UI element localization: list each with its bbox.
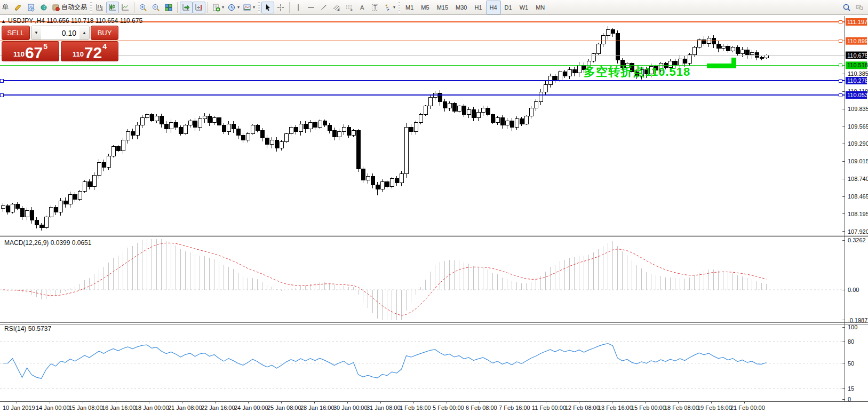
svg-text:109.835: 109.835 — [848, 106, 868, 112]
volume-increase-button[interactable]: ▲ — [79, 26, 89, 39]
svg-text:1 Feb 16:00: 1 Feb 16:00 — [400, 405, 431, 411]
buy-price-pips: 72 — [84, 46, 102, 60]
auto-scroll-button[interactable] — [180, 2, 193, 13]
toolbar-separator — [177, 2, 178, 13]
arrows-dropdown[interactable]: ▾ — [381, 2, 397, 13]
rsi-line — [3, 344, 767, 379]
toolbar-separator — [134, 2, 134, 13]
toolbar-gripper — [90, 2, 92, 13]
time-axis: 10 Jan 201914 Jan 00:0015 Jan 08:0016 Ja… — [3, 401, 765, 411]
sell-price-button[interactable]: 110 67 5 — [2, 41, 59, 61]
timeframe-m1[interactable]: M1 — [402, 1, 417, 14]
new-chart-icon[interactable] — [25, 2, 37, 13]
indicator-gridlines — [0, 290, 845, 389]
svg-text:15 Jan 08:00: 15 Jan 08:00 — [69, 405, 103, 411]
line-chart-button[interactable] — [119, 2, 132, 13]
svg-text:109.290: 109.290 — [848, 140, 868, 147]
timeframe-mn[interactable]: MN — [532, 1, 548, 14]
cursor-button[interactable] — [261, 2, 274, 13]
timeframe-w1[interactable]: W1 — [516, 1, 532, 14]
sell-button[interactable]: SELL — [2, 26, 30, 40]
svg-text:13 Feb 16:00: 13 Feb 16:00 — [598, 405, 633, 411]
buy-price-button[interactable]: 110 72 4 — [61, 41, 118, 61]
search-icon[interactable] — [840, 2, 853, 13]
horizontal-line-button[interactable] — [305, 2, 317, 13]
svg-text:110.053: 110.053 — [847, 92, 868, 98]
new-order-button[interactable]: 单 — [0, 2, 12, 13]
zoom-in-button[interactable] — [137, 2, 149, 13]
svg-text:19 Feb 16:00: 19 Feb 16:00 — [697, 405, 732, 411]
svg-text:50: 50 — [848, 360, 854, 367]
svg-text:24 Jan 00:00: 24 Jan 00:00 — [234, 405, 268, 411]
svg-text:14 Jan 00:00: 14 Jan 00:00 — [36, 405, 70, 411]
svg-text:25 Jan 08:00: 25 Jan 08:00 — [267, 405, 301, 411]
crosshair-button[interactable] — [274, 2, 287, 13]
timeframe-h1[interactable]: H1 — [471, 1, 485, 14]
timeframe-d1[interactable]: D1 — [501, 1, 516, 14]
svg-text:100: 100 — [848, 324, 857, 330]
timeframe-m5[interactable]: M5 — [417, 1, 433, 14]
svg-text:108.465: 108.465 — [848, 193, 868, 200]
sell-price-point: 5 — [43, 42, 47, 51]
volume-input[interactable] — [41, 26, 79, 39]
buy-button[interactable]: BUY — [91, 26, 118, 40]
new-order-window-dropdown[interactable]: ▾ — [210, 2, 226, 13]
timeframe-h4[interactable]: H4 — [486, 1, 501, 14]
tile-windows-button[interactable] — [162, 2, 175, 13]
svg-text:11 Feb 00:00: 11 Feb 00:00 — [532, 405, 566, 411]
svg-text:107.920: 107.920 — [848, 228, 868, 235]
chart-title-text: USDJPY-,H4 110.656 110.718 110.654 110.6… — [8, 17, 142, 25]
svg-text:15 Feb 00:00: 15 Feb 00:00 — [631, 405, 666, 411]
svg-text:110.899: 110.899 — [847, 38, 868, 44]
price-level-lines[interactable] — [0, 20, 845, 97]
svg-text:16 Jan 16:00: 16 Jan 16:00 — [102, 405, 136, 411]
sell-price-pips: 67 — [25, 46, 43, 60]
one-click-trading-panel: SELL ▼ ▲ BUY 110 67 5 110 72 4 — [2, 26, 118, 61]
toolbar-separator — [208, 2, 208, 13]
text-button[interactable]: A — [356, 2, 369, 13]
period-dropdown[interactable]: ▾ — [226, 2, 241, 13]
dropdown-caret: ▾ — [253, 5, 255, 10]
chat-icon[interactable] — [853, 2, 866, 13]
fibonacci-button[interactable]: F — [343, 2, 356, 13]
vertical-line-button[interactable] — [292, 2, 305, 13]
svg-text:12 Feb 08:00: 12 Feb 08:00 — [565, 405, 600, 411]
green-highlight-marker-notch[interactable] — [731, 58, 736, 68]
svg-text:110.518: 110.518 — [847, 62, 868, 68]
svg-text:5 Feb 00:00: 5 Feb 00:00 — [433, 405, 464, 411]
volume-decrease-button[interactable]: ▼ — [31, 26, 41, 39]
svg-text:110.675: 110.675 — [847, 52, 868, 59]
svg-text:0.00: 0.00 — [848, 287, 859, 293]
equidistant-channel-button[interactable]: E — [330, 2, 343, 13]
trendline-button[interactable] — [317, 2, 330, 13]
new-order-label: 单 — [2, 3, 9, 12]
candlestick-button[interactable] — [106, 2, 119, 13]
dropdown-caret: ▾ — [393, 5, 395, 10]
svg-text:10 Jan 2019: 10 Jan 2019 — [3, 405, 35, 411]
timeframe-m30[interactable]: M30 — [452, 1, 471, 14]
volume-stepper: ▼ ▲ — [31, 26, 90, 40]
timeframe-m15[interactable]: M15 — [433, 1, 452, 14]
green-highlight-marker[interactable] — [707, 64, 734, 68]
rsi-label: RSI(14) 50.5737 — [4, 325, 51, 332]
autotrading-button[interactable]: 自动交易 — [50, 2, 89, 13]
svg-text:31 Jan 08:00: 31 Jan 08:00 — [367, 405, 401, 411]
svg-text:F: F — [351, 9, 353, 12]
svg-text:108.195: 108.195 — [848, 211, 868, 217]
text-label-button[interactable]: T — [369, 2, 381, 13]
chart-canvas[interactable]: 110.385110.110109.835109.565109.290109.0… — [0, 15, 868, 412]
toolbar-separator — [289, 2, 290, 13]
bar-chart-button[interactable] — [93, 2, 106, 13]
svg-text:28 Jan 16:00: 28 Jan 16:00 — [300, 405, 335, 411]
zoom-out-button[interactable] — [149, 2, 162, 13]
signals-icon[interactable] — [37, 2, 50, 13]
macd-histogram — [3, 239, 767, 320]
chart-shift-button[interactable] — [193, 2, 205, 13]
profiles-icon[interactable] — [12, 2, 25, 13]
svg-text:110.385: 110.385 — [848, 70, 868, 77]
pivot-annotation[interactable]: 多空转折点110.518 — [584, 64, 690, 80]
svg-text:7 Feb 16:00: 7 Feb 16:00 — [499, 405, 530, 411]
timeframe-bar: M1M5M15M30H1H4D1W1MN — [402, 1, 548, 14]
svg-text:E: E — [338, 9, 340, 12]
template-dropdown[interactable]: ▾ — [241, 2, 257, 13]
